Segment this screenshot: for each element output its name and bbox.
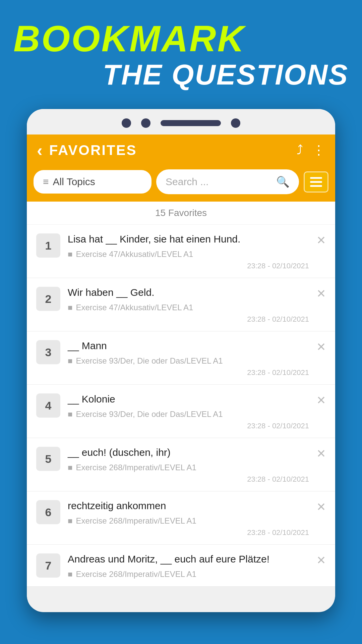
item-question-3: __ Mann bbox=[68, 339, 309, 353]
item-question-7: Andreas und Moritz, __ euch auf eure Plä… bbox=[68, 552, 309, 566]
dot-2 bbox=[141, 118, 150, 128]
list-item: 2 Wir haben __ Geld. ■ Exercise 47/Akkus… bbox=[27, 278, 335, 331]
item-timestamp-6: 23:28 - 02/10/2021 bbox=[68, 528, 309, 537]
list-item: 3 __ Mann ■ Exercise 93/Der, Die oder Da… bbox=[27, 331, 335, 385]
item-question-5: __ euch! (duschen, ihr) bbox=[68, 445, 309, 460]
item-number-5: 5 bbox=[36, 447, 60, 471]
item-number-1: 1 bbox=[36, 233, 60, 258]
menu-line-3 bbox=[310, 185, 322, 187]
search-bar-row: ≡ All Topics Search ... 🔍 bbox=[27, 166, 335, 202]
list-item: 4 __ Kolonie ■ Exercise 93/Der, Die oder… bbox=[27, 385, 335, 438]
list-count: 15 Favorites bbox=[155, 208, 207, 218]
list-item: 7 Andreas und Moritz, __ euch auf eure P… bbox=[27, 545, 335, 587]
menu-line-1 bbox=[310, 177, 322, 179]
search-input-button[interactable]: Search ... 🔍 bbox=[156, 169, 299, 194]
item-sub-2: ■ Exercise 47/Akkusativ/LEVEL A1 bbox=[68, 303, 309, 312]
list-item: 6 rechtzeitig ankommen ■ Exercise 268/Im… bbox=[27, 491, 335, 545]
item-exercise-2: Exercise 47/Akkusativ/LEVEL A1 bbox=[76, 303, 193, 312]
item-number-3: 3 bbox=[36, 340, 60, 364]
filter-button[interactable]: ≡ All Topics bbox=[34, 170, 152, 194]
item-exercise-6: Exercise 268/Imperativ/LEVEL A1 bbox=[76, 516, 196, 526]
doc-icon-1: ■ bbox=[68, 250, 73, 259]
pill-indicator bbox=[161, 120, 221, 126]
item-question-4: __ Kolonie bbox=[68, 392, 309, 406]
dot-1 bbox=[122, 118, 131, 128]
item-sub-3: ■ Exercise 93/Der, Die oder Das/LEVEL A1 bbox=[68, 356, 309, 366]
item-sub-1: ■ Exercise 47/Akkusativ/LEVEL A1 bbox=[68, 250, 309, 259]
remove-button-6[interactable]: ✕ bbox=[316, 500, 326, 514]
doc-icon-6: ■ bbox=[68, 516, 73, 526]
item-timestamp-3: 23:28 - 02/10/2021 bbox=[68, 368, 309, 377]
menu-line-2 bbox=[310, 181, 322, 183]
item-number-6: 6 bbox=[36, 500, 60, 524]
remove-button-5[interactable]: ✕ bbox=[316, 447, 326, 460]
doc-icon-3: ■ bbox=[68, 356, 73, 366]
back-button[interactable]: ‹ bbox=[37, 142, 43, 159]
item-exercise-1: Exercise 47/Akkusativ/LEVEL A1 bbox=[76, 250, 193, 259]
doc-icon-7: ■ bbox=[68, 570, 73, 579]
doc-icon-4: ■ bbox=[68, 410, 73, 419]
item-exercise-4: Exercise 93/Der, Die oder Das/LEVEL A1 bbox=[76, 410, 223, 419]
remove-button-4[interactable]: ✕ bbox=[316, 393, 326, 407]
headline-questions: THE QUESTIONS bbox=[13, 60, 349, 89]
item-question-2: Wir haben __ Geld. bbox=[68, 285, 309, 300]
item-body-4: __ Kolonie ■ Exercise 93/Der, Die oder D… bbox=[68, 392, 309, 430]
search-icon: 🔍 bbox=[276, 175, 290, 188]
item-sub-7: ■ Exercise 268/Imperativ/LEVEL A1 bbox=[68, 570, 309, 579]
item-sub-5: ■ Exercise 268/Imperativ/LEVEL A1 bbox=[68, 463, 309, 472]
filter-text: All Topics bbox=[53, 176, 95, 187]
item-exercise-7: Exercise 268/Imperativ/LEVEL A1 bbox=[76, 570, 196, 579]
item-body-2: Wir haben __ Geld. ■ Exercise 47/Akkusat… bbox=[68, 285, 309, 324]
doc-icon-5: ■ bbox=[68, 463, 73, 472]
filter-icon: ≡ bbox=[43, 176, 49, 187]
share-button[interactable]: ⤴ bbox=[297, 143, 303, 158]
item-sub-6: ■ Exercise 268/Imperativ/LEVEL A1 bbox=[68, 516, 309, 526]
app-header: ‹ FAVORITES ⤴ ⋮ bbox=[27, 135, 335, 166]
list-item: 1 Lisa hat __ Kinder, sie hat einen Hund… bbox=[27, 225, 335, 278]
item-question-1: Lisa hat __ Kinder, sie hat einen Hund. bbox=[68, 232, 309, 246]
list-item: 5 __ euch! (duschen, ihr) ■ Exercise 268… bbox=[27, 438, 335, 491]
doc-icon-2: ■ bbox=[68, 303, 73, 312]
phone-top-bar bbox=[27, 109, 335, 135]
phone-mockup: ‹ FAVORITES ⤴ ⋮ ≡ All Topics Search ... … bbox=[27, 109, 335, 612]
remove-button-2[interactable]: ✕ bbox=[316, 287, 326, 300]
search-placeholder: Search ... bbox=[166, 176, 273, 187]
remove-button-1[interactable]: ✕ bbox=[316, 233, 326, 247]
headline-bookmark: BOOKMARK bbox=[13, 20, 349, 57]
remove-button-3[interactable]: ✕ bbox=[316, 340, 326, 354]
dot-3 bbox=[231, 118, 240, 128]
item-timestamp-2: 23:28 - 02/10/2021 bbox=[68, 315, 309, 324]
favorites-list: 1 Lisa hat __ Kinder, sie hat einen Hund… bbox=[27, 225, 335, 587]
item-body-6: rechtzeitig ankommen ■ Exercise 268/Impe… bbox=[68, 499, 309, 537]
item-body-3: __ Mann ■ Exercise 93/Der, Die oder Das/… bbox=[68, 339, 309, 377]
list-header: 15 Favorites bbox=[27, 202, 335, 225]
header-title: FAVORITES bbox=[49, 142, 137, 158]
item-body-1: Lisa hat __ Kinder, sie hat einen Hund. … bbox=[68, 232, 309, 270]
item-body-7: Andreas und Moritz, __ euch auf eure Plä… bbox=[68, 552, 309, 579]
item-timestamp-4: 23:28 - 02/10/2021 bbox=[68, 422, 309, 430]
more-button[interactable]: ⋮ bbox=[312, 143, 325, 158]
item-body-5: __ euch! (duschen, ihr) ■ Exercise 268/I… bbox=[68, 445, 309, 484]
item-exercise-3: Exercise 93/Der, Die oder Das/LEVEL A1 bbox=[76, 356, 223, 366]
item-question-6: rechtzeitig ankommen bbox=[68, 499, 309, 513]
remove-button-7[interactable]: ✕ bbox=[316, 553, 326, 567]
item-timestamp-5: 23:28 - 02/10/2021 bbox=[68, 475, 309, 484]
menu-button[interactable] bbox=[304, 171, 328, 193]
item-number-2: 2 bbox=[36, 287, 60, 311]
item-number-7: 7 bbox=[36, 553, 60, 578]
item-timestamp-1: 23:28 - 02/10/2021 bbox=[68, 262, 309, 270]
item-sub-4: ■ Exercise 93/Der, Die oder Das/LEVEL A1 bbox=[68, 410, 309, 419]
item-number-4: 4 bbox=[36, 393, 60, 418]
item-exercise-5: Exercise 268/Imperativ/LEVEL A1 bbox=[76, 463, 196, 472]
